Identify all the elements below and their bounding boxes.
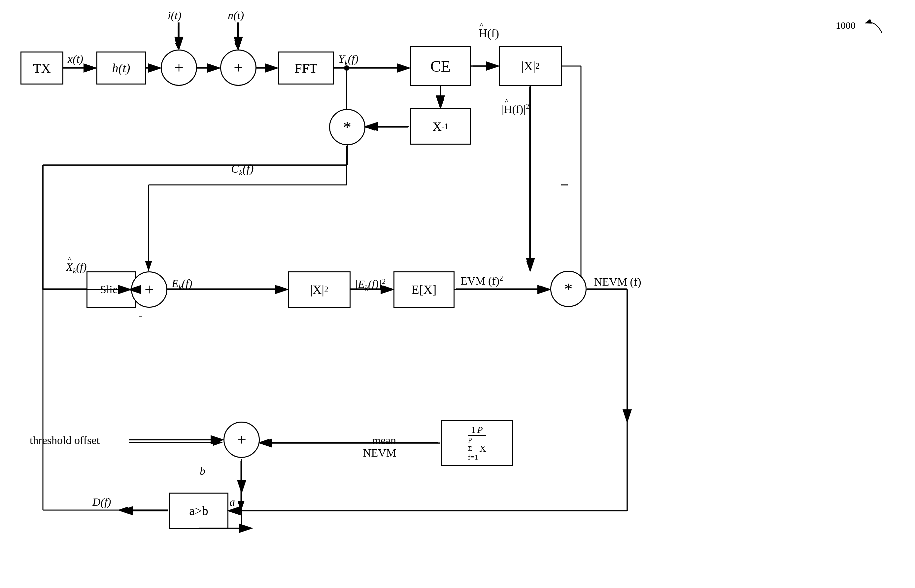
evmf2-label: EVM (f)2 — [460, 274, 503, 287]
fft-block: FFT — [278, 52, 334, 84]
threshold-offset-label: threshold offset — [30, 434, 100, 447]
mul-star2: * — [550, 271, 587, 307]
ckf-label: Ck(f) — [231, 162, 253, 177]
sum1-adder: + — [161, 50, 197, 86]
xinv-block: X-1 — [410, 108, 471, 145]
minus-sign: - — [139, 310, 142, 322]
sum2-adder: + — [220, 50, 257, 86]
mean-nevm-label: meanNEVM — [363, 434, 396, 459]
mul-star1: * — [329, 109, 365, 145]
b-label: b — [200, 465, 205, 477]
slice-adder: + — [131, 271, 167, 308]
ekf-label: Ek(f) — [172, 277, 192, 292]
hhat-f-label: ^H (f) — [479, 26, 499, 40]
ekf-sq-label: |Ek(f)|2 — [355, 277, 385, 292]
absx2-top-block: |X|2 — [499, 46, 562, 86]
mean-formula-block: 1P PΣf=1 X — [441, 420, 513, 466]
svg-marker-46 — [175, 43, 182, 50]
agtb-block: a>b — [169, 493, 228, 529]
ht-block: h(t) — [96, 52, 146, 84]
absx2-mid-block: |X|2 — [288, 271, 350, 308]
tx-block: TX — [21, 52, 63, 84]
it-label: i(t) — [168, 9, 182, 22]
xkhat-f-label: ^X k(f) — [66, 261, 87, 275]
nt-label: n(t) — [228, 9, 244, 22]
svg-marker-48 — [234, 43, 241, 50]
slice-block: Slice — [87, 271, 136, 308]
sum-bot-adder: + — [223, 422, 260, 458]
ykf-label: Yk(f) — [338, 53, 358, 67]
df-label: D(f) — [92, 496, 111, 509]
nevmf-label: NEVM (f) — [594, 276, 641, 288]
ce-block: CE — [410, 46, 471, 86]
a-label: a — [229, 496, 235, 509]
hhatf-sq-label: | ^H (f)|2 — [502, 102, 529, 116]
ex-block: E[X] — [394, 271, 455, 308]
xt-label: x(t) — [68, 53, 83, 65]
